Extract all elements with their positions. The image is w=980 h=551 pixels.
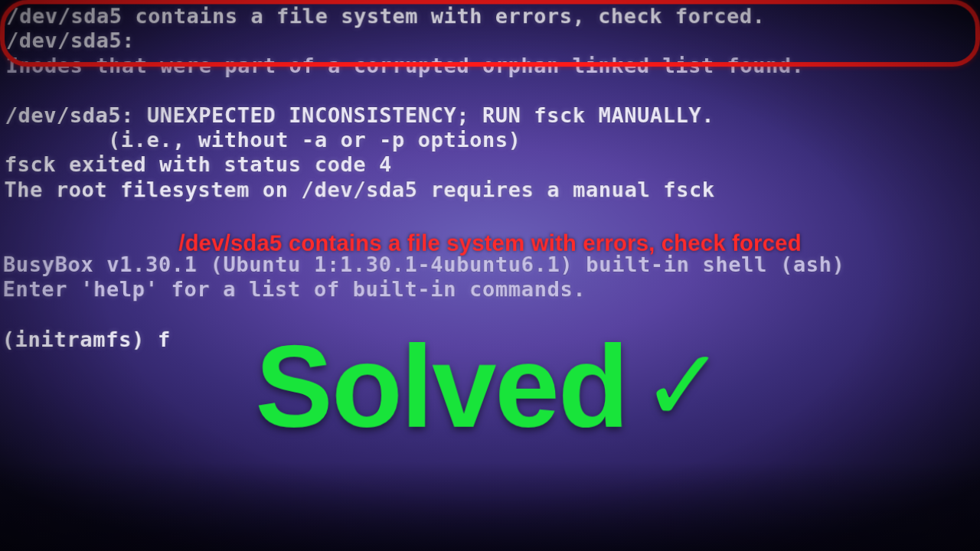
boot-console-text: /dev/sda5 contains a file system with er… (0, 4, 980, 352)
screen-bottom-shadow (0, 462, 980, 551)
console-line: The root filesystem on /dev/sda5 require… (4, 178, 715, 201)
crt-screen-photo: /dev/sda5 contains a file system with er… (0, 0, 980, 551)
console-line: (i.e., without -a or -p options) (5, 128, 521, 152)
console-line: /dev/sda5 contains a file system with er… (6, 4, 765, 28)
console-line: Enter 'help' for a list of built-in comm… (2, 277, 586, 301)
solved-text: Solved (255, 321, 628, 452)
console-line: /dev/sda5: UNEXPECTED INCONSISTENCY; RUN… (5, 103, 714, 127)
console-line: fsck exited with status code 4 (4, 152, 391, 176)
console-line: Inodes that were part of a corrupted orp… (5, 54, 804, 77)
check-icon: ✓ (642, 329, 725, 442)
solved-overlay: Solved✓ (0, 328, 980, 445)
thumbnail-red-caption: /dev/sda5 contains a file system with er… (0, 231, 980, 256)
console-line: /dev/sda5: (6, 29, 135, 53)
